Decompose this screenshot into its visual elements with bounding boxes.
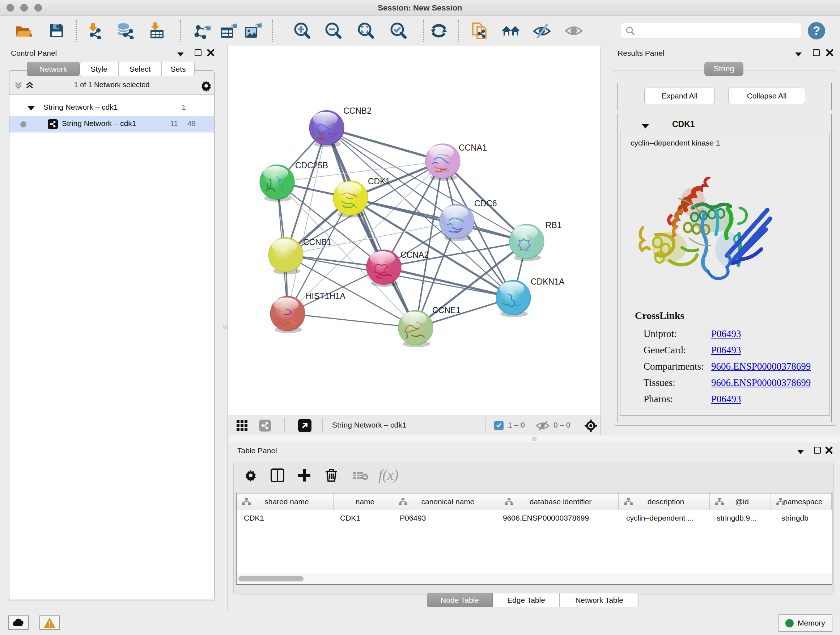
- svg-text:CCNA1: CCNA1: [459, 143, 487, 152]
- svg-text:CCNB2: CCNB2: [343, 106, 371, 116]
- svg-text:HIST1H1A: HIST1H1A: [306, 291, 346, 301]
- svg-text:CDC6: CDC6: [474, 199, 497, 208]
- svg-text:CDC25B: CDC25B: [295, 161, 328, 170]
- svg-text:CCNA2: CCNA2: [401, 250, 429, 260]
- svg-text:CCNB1: CCNB1: [303, 238, 332, 247]
- svg-text:RB1: RB1: [546, 220, 562, 230]
- svg-text:CDKN1A: CDKN1A: [531, 277, 565, 287]
- svg-text:CCNE1: CCNE1: [432, 306, 461, 315]
- svg-text:CDK1: CDK1: [368, 177, 390, 186]
